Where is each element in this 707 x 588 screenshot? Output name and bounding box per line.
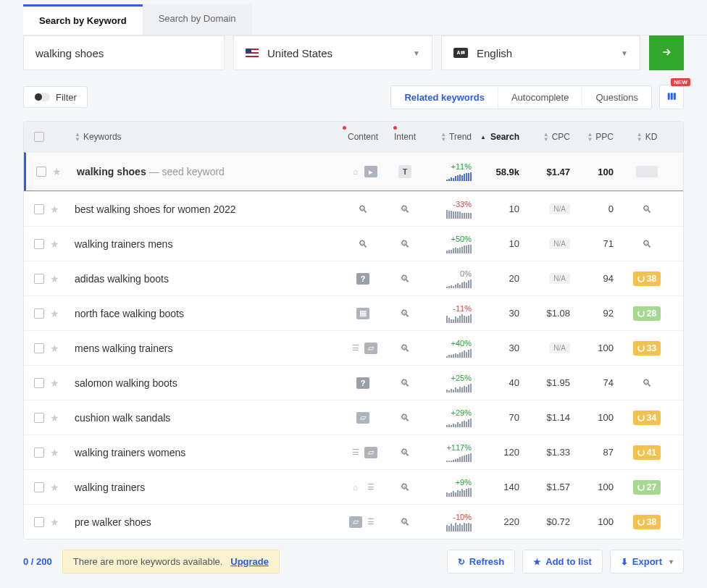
favorite-star[interactable]: ★ [50,238,59,250]
cpc-value: $1.14 [546,412,570,423]
keyword-cell: salomon walking boots [69,377,341,389]
tab-search-keyword[interactable]: Search by Keyword [23,4,143,35]
favorite-star[interactable]: ★ [50,308,59,319]
row-checkbox[interactable] [34,517,44,527]
row-checkbox[interactable] [34,413,44,423]
trend-sparkline [446,245,472,253]
content-icons: ☰▱ [349,343,377,354]
keyword-input-box[interactable] [23,35,225,70]
keywords-table: ▲▼Keywords Content Intent ▲▼Trend ▲Searc… [23,121,684,539]
chevron-down-icon: ▾ [669,558,673,566]
favorite-star[interactable]: ★ [50,516,59,528]
kd-badge: 34 [633,411,661,425]
keyword-cell: adidas walking boots [69,273,341,285]
row-checkbox[interactable] [34,239,44,249]
trend-sparkline [446,384,472,392]
search-button[interactable] [649,35,684,70]
col-cpc[interactable]: ▲▼CPC [527,132,577,142]
search-value: 10 [476,203,527,214]
table-body[interactable]: ★walking shoes — seed keyword⌂▸T+11%58.9… [24,152,683,539]
search-value: 120 [476,447,527,458]
table-row[interactable]: ★adidas walking boots?🔍︎0%20N/A9438 [24,261,683,295]
trend-sparkline [446,419,472,427]
table-row[interactable]: ★cushion walk sandals▱🔍︎+29%70$1.1410034 [24,400,683,434]
keyword-cell: walking trainers [69,482,341,493]
tab-search-domain[interactable]: Search by Domain [143,4,252,35]
favorite-star[interactable]: ★ [50,343,59,354]
table-row[interactable]: ★walking trainers womens☰▱🔍︎+117%120$1.3… [24,434,683,469]
keyword-input[interactable] [35,47,212,59]
search-value: 220 [476,516,527,527]
cpc-na: N/A [549,343,570,353]
row-checkbox[interactable] [34,343,44,353]
magnifier-icon[interactable]: 🔍︎ [642,203,652,215]
table-row[interactable]: ★best walking shoes for women 2022🔍︎🔍︎-3… [24,191,683,226]
favorite-star[interactable]: ★ [50,203,59,215]
row-checkbox[interactable] [34,308,44,319]
table-row[interactable]: ★mens walking trainers☰▱🔍︎+40%30N/A10033 [24,330,683,365]
table-row[interactable]: ★walking shoes — seed keyword⌂▸T+11%58.9… [24,152,683,191]
cpc-na: N/A [549,203,570,214]
favorite-star[interactable]: ★ [50,412,59,424]
magnifier-icon[interactable]: 🔍︎ [642,377,652,389]
table-row[interactable]: ★walking trainers mens🔍︎🔍︎+50%10N/A71🔍︎ [24,226,683,261]
search-value: 70 [476,412,527,423]
country-select[interactable]: United States ▼ [233,35,432,70]
favorite-star[interactable]: ★ [50,447,59,458]
select-all-checkbox[interactable] [34,132,44,142]
cpc-value: $1.57 [546,482,570,492]
magnifier-icon[interactable]: 🔍︎ [642,238,652,250]
cpc-value: $1.95 [546,377,570,388]
trend-sparkline [446,280,472,288]
row-checkbox[interactable] [34,204,44,214]
table-row[interactable]: ★north face walking boots▦🔍︎-11%30$1.089… [24,295,683,330]
ppc-value: 87 [577,447,621,458]
favorite-star[interactable]: ★ [50,377,59,389]
segment-questions[interactable]: Questions [582,86,651,109]
row-checkbox[interactable] [34,482,44,492]
row-checkbox[interactable] [34,274,44,284]
favorite-star[interactable]: ★ [52,166,62,177]
ring-icon [637,345,645,352]
flag-us-icon [246,49,259,57]
col-content[interactable]: Content [341,132,385,142]
row-checkbox[interactable] [36,167,46,177]
search-value: 10 [476,238,527,249]
ring-icon [637,414,645,421]
col-search[interactable]: ▲Search [476,132,527,142]
row-checkbox[interactable] [34,378,44,388]
col-intent[interactable]: Intent [385,132,425,142]
keyword-cell: walking shoes — seed keyword [71,166,341,177]
trend-pct: +9% [456,478,472,487]
col-trend[interactable]: ▲▼Trend [425,132,476,142]
arrow-right-icon [661,46,672,60]
table-row[interactable]: ★salomon walking boots?🔍︎+25%40$1.9574🔍︎ [24,365,683,400]
kd-badge: 28 [633,306,661,321]
export-button[interactable]: ⬇ Export ▾ [610,550,684,574]
search-value: 140 [476,482,527,492]
columns-button[interactable]: NEW [659,85,684,109]
col-kd[interactable]: ▲▼KD [621,132,673,142]
segment-related[interactable]: Related keywords [391,86,498,109]
upgrade-link[interactable]: Upgrade [230,556,269,567]
country-label: United States [267,47,332,59]
search-tabs: Search by Keyword Search by Domain [23,4,707,35]
language-select[interactable]: A⇄ English ▼ [441,35,640,70]
magnifier-icon: 🔍︎ [358,203,368,215]
view-segments: Related keywords Autocomplete Questions [390,85,652,109]
favorite-star[interactable]: ★ [50,482,59,493]
favorite-star[interactable]: ★ [50,273,59,285]
segment-autocomplete[interactable]: Autocomplete [498,86,582,109]
col-keywords[interactable]: ▲▼Keywords [69,132,341,142]
table-row[interactable]: ★walking trainers⌂☰🔍︎+9%140$1.5710027 [24,469,683,504]
filter-button[interactable]: Filter [23,86,88,108]
table-row[interactable]: ★pre walker shoes▱☰🔍︎-10%220$0.7210038 [24,504,683,539]
indicator-dot-icon [343,126,346,130]
list-icon: ☰ [364,516,377,528]
col-ppc[interactable]: ▲▼PPC [577,132,621,142]
magnifier-icon: 🔍︎ [400,203,410,215]
refresh-button[interactable]: ↻ Refresh [447,550,515,574]
row-checkbox[interactable] [34,448,44,458]
ppc-value: 100 [577,516,621,527]
add-to-list-button[interactable]: ★ Add to list [522,550,603,574]
